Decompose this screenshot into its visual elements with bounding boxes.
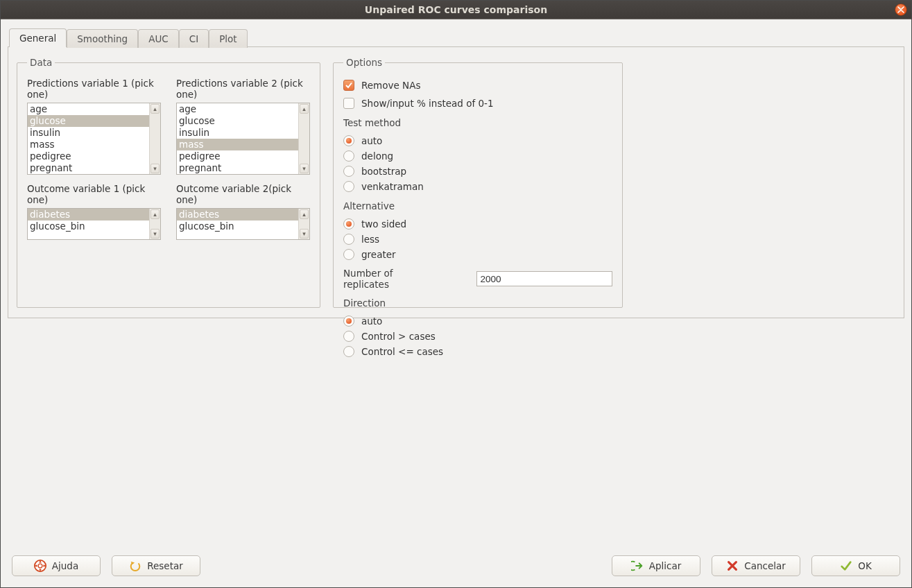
direction-heading: Direction bbox=[343, 295, 612, 311]
out2-scrollbar[interactable]: ▴ ▾ bbox=[298, 209, 309, 239]
close-icon bbox=[897, 6, 904, 13]
pred1-label: Predictions variable 1 (pick one) bbox=[27, 78, 161, 100]
direction-radio-label: auto bbox=[361, 315, 382, 327]
remove-nas-checkbox[interactable] bbox=[343, 80, 354, 91]
alternative-radio[interactable] bbox=[343, 234, 354, 245]
scroll-down-icon[interactable]: ▾ bbox=[150, 229, 160, 239]
button-bar: Ajuda Resetar Aplicar bbox=[8, 550, 904, 580]
pred1-item[interactable]: age bbox=[28, 103, 149, 115]
svg-point-1 bbox=[38, 564, 42, 568]
scroll-down-icon[interactable]: ▾ bbox=[150, 164, 160, 173]
remove-nas-row[interactable]: Remove NAs bbox=[343, 78, 612, 93]
alternative-radio[interactable] bbox=[343, 218, 354, 230]
scroll-up-icon[interactable]: ▴ bbox=[300, 104, 309, 114]
test-method-radio-label: delong bbox=[361, 150, 393, 162]
alternative-radio[interactable] bbox=[343, 249, 354, 260]
pred1-item[interactable]: pedigree bbox=[28, 150, 149, 162]
tab-auc[interactable]: AUC bbox=[138, 29, 179, 48]
test-method-radio-label: venkatraman bbox=[361, 181, 424, 192]
pred2-item[interactable]: age bbox=[177, 103, 298, 115]
test-method-option[interactable]: auto bbox=[343, 133, 612, 148]
tab-ci[interactable]: CI bbox=[179, 29, 209, 48]
pred2-item[interactable]: pregnant bbox=[177, 162, 298, 174]
out1-block: Outcome variable 1 (pick one) diabetesgl… bbox=[27, 183, 161, 240]
direction-option[interactable]: auto bbox=[343, 313, 612, 329]
test-method-radio[interactable] bbox=[343, 181, 354, 192]
tab-general[interactable]: General bbox=[9, 28, 67, 47]
test-method-option[interactable]: bootstrap bbox=[343, 164, 612, 179]
alternative-radio-label: less bbox=[361, 234, 379, 245]
out1-item[interactable]: diabetes bbox=[28, 209, 149, 220]
direction-radio[interactable] bbox=[343, 346, 354, 357]
tab-plot[interactable]: Plot bbox=[209, 29, 247, 48]
pred1-scrollbar[interactable]: ▴ ▾ bbox=[149, 103, 160, 174]
direction-option[interactable]: Control > cases bbox=[343, 329, 612, 344]
test-method-radio-label: auto bbox=[361, 135, 382, 146]
direction-option[interactable]: Control <= cases bbox=[343, 344, 612, 359]
pred1-block: Predictions variable 1 (pick one) ageglu… bbox=[27, 78, 161, 175]
pred2-item[interactable]: mass bbox=[177, 139, 298, 150]
pred1-item[interactable]: glucose bbox=[28, 115, 149, 127]
show-percent-row[interactable]: Show/input % instead of 0-1 bbox=[343, 96, 612, 111]
remove-nas-label: Remove NAs bbox=[361, 80, 420, 91]
replicates-input[interactable] bbox=[476, 271, 612, 286]
replicates-label: Number of replicates bbox=[343, 268, 439, 290]
data-group: Data Predictions variable 1 (pick one) a… bbox=[17, 57, 320, 308]
dialog-body: General Smoothing AUC CI Plot Data Predi… bbox=[1, 19, 911, 587]
test-method-radio[interactable] bbox=[343, 150, 354, 162]
pred1-listbox[interactable]: ageglucoseinsulinmasspedigreepregnant ▴ … bbox=[27, 103, 161, 175]
close-button[interactable] bbox=[895, 3, 907, 16]
test-method-option[interactable]: delong bbox=[343, 148, 612, 164]
alternative-option[interactable]: two sided bbox=[343, 216, 612, 232]
out1-label: Outcome variable 1 (pick one) bbox=[27, 183, 161, 205]
pred2-block: Predictions variable 2 (pick one) ageglu… bbox=[176, 78, 310, 175]
pred1-item[interactable]: mass bbox=[28, 139, 149, 150]
help-icon bbox=[34, 560, 46, 572]
cancel-icon bbox=[726, 560, 739, 572]
scroll-down-icon[interactable]: ▾ bbox=[300, 229, 309, 239]
scroll-down-icon[interactable]: ▾ bbox=[300, 164, 309, 173]
alternative-option[interactable]: greater bbox=[343, 247, 612, 262]
out1-listbox[interactable]: diabetesglucose_bin ▴ ▾ bbox=[27, 208, 161, 240]
out1-scrollbar[interactable]: ▴ ▾ bbox=[149, 209, 160, 239]
options-legend: Options bbox=[343, 57, 385, 68]
pred1-item[interactable]: insulin bbox=[28, 127, 149, 139]
alternative-radio-label: two sided bbox=[361, 218, 406, 230]
data-legend: Data bbox=[27, 57, 55, 68]
pred2-item[interactable]: insulin bbox=[177, 127, 298, 139]
direction-radio[interactable] bbox=[343, 331, 354, 342]
pred2-scrollbar[interactable]: ▴ ▾ bbox=[298, 103, 309, 174]
help-button-label: Ajuda bbox=[52, 560, 78, 571]
tab-smoothing[interactable]: Smoothing bbox=[67, 29, 138, 48]
out1-item[interactable]: glucose_bin bbox=[28, 220, 149, 232]
pred2-label: Predictions variable 2 (pick one) bbox=[176, 78, 310, 100]
out2-item[interactable]: diabetes bbox=[177, 209, 298, 220]
check-icon bbox=[345, 81, 353, 89]
help-button[interactable]: Ajuda bbox=[12, 555, 101, 576]
scroll-up-icon[interactable]: ▴ bbox=[150, 104, 160, 114]
test-method-option[interactable]: venkatraman bbox=[343, 179, 612, 194]
test-method-radio[interactable] bbox=[343, 135, 354, 146]
pred1-item[interactable]: pregnant bbox=[28, 162, 149, 174]
test-method-radio[interactable] bbox=[343, 166, 354, 177]
cancel-button[interactable]: Cancelar bbox=[712, 555, 800, 576]
alternative-radio-label: greater bbox=[361, 249, 396, 260]
out2-label: Outcome variable 2(pick one) bbox=[176, 183, 310, 205]
replicates-row: Number of replicates bbox=[343, 268, 612, 290]
pred2-item[interactable]: glucose bbox=[177, 115, 298, 127]
apply-icon bbox=[631, 560, 644, 572]
reset-button[interactable]: Resetar bbox=[112, 555, 200, 576]
ok-button[interactable]: OK bbox=[811, 555, 900, 576]
scroll-up-icon[interactable]: ▴ bbox=[300, 209, 309, 219]
reset-button-label: Resetar bbox=[147, 560, 183, 571]
out2-listbox[interactable]: diabetesglucose_bin ▴ ▾ bbox=[176, 208, 310, 240]
test-method-heading: Test method bbox=[343, 115, 612, 130]
alternative-option[interactable]: less bbox=[343, 232, 612, 247]
apply-button[interactable]: Aplicar bbox=[612, 555, 700, 576]
scroll-up-icon[interactable]: ▴ bbox=[150, 209, 160, 219]
show-percent-checkbox[interactable] bbox=[343, 98, 354, 109]
out2-item[interactable]: glucose_bin bbox=[177, 220, 298, 232]
pred2-item[interactable]: pedigree bbox=[177, 150, 298, 162]
pred2-listbox[interactable]: ageglucoseinsulinmasspedigreepregnant ▴ … bbox=[176, 103, 310, 175]
direction-radio[interactable] bbox=[343, 315, 354, 327]
